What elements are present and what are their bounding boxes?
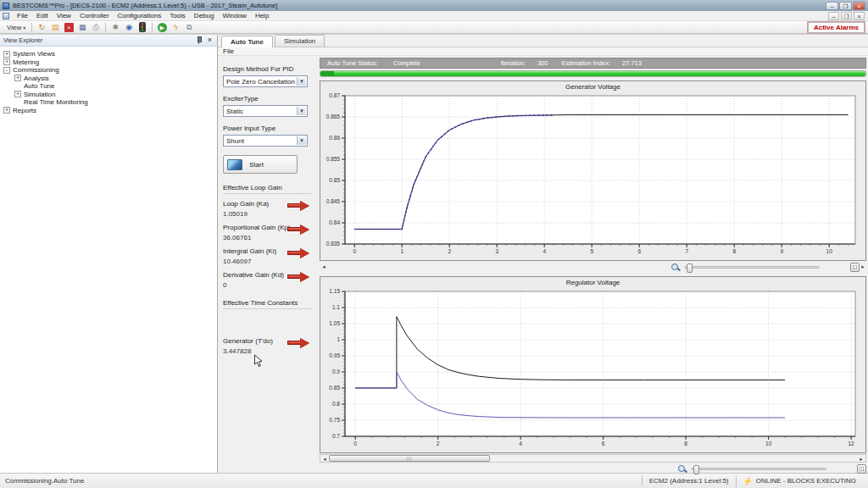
tree-item-label: Auto Tune (24, 82, 54, 90)
title-bar: BESTCOMS™Pro - [DECS-2100 - ECM2 (Addres… (0, 0, 868, 11)
regulator-chart-hscrollbar[interactable]: ◂ ||| ▸ (320, 454, 866, 463)
zoom-slider[interactable] (691, 468, 826, 470)
regulator-chart-zoom-row (320, 463, 866, 474)
menu-edit[interactable]: Edit (32, 12, 53, 19)
menu-tools[interactable]: Tools (165, 12, 190, 19)
zoom-slider-thumb[interactable] (687, 263, 693, 273)
copy-icon[interactable]: ⧉ (183, 22, 195, 33)
undo-icon[interactable]: ↻ (36, 22, 47, 33)
tree-item-metering[interactable]: +Metering (3, 58, 217, 67)
svg-text:8: 8 (732, 248, 736, 254)
menu-configurations[interactable]: Configurations (114, 12, 166, 19)
connect-globe-icon[interactable]: ◉ (123, 22, 135, 33)
tree-item-simulation[interactable]: +Simulation (3, 91, 217, 99)
svg-text:0.865: 0.865 (326, 114, 341, 119)
menu-file[interactable]: File (13, 12, 32, 19)
generator-chart-zoom-row: ◂ ▸ (320, 261, 866, 273)
pin-icon[interactable] (195, 36, 203, 44)
svg-text:0.845: 0.845 (326, 198, 341, 204)
expand-chart-icon[interactable] (850, 263, 860, 272)
tab-simulation[interactable]: Simulation (275, 35, 325, 47)
mdi-close-button[interactable]: × (854, 12, 865, 20)
svg-text:2: 2 (437, 441, 440, 446)
tree-item-real-time-monitoring[interactable]: Real Time Monitoring (3, 98, 217, 107)
mdi-minimize-button[interactable]: – (828, 12, 839, 20)
menu-help[interactable]: Help (251, 12, 273, 19)
scroll-right-icon[interactable]: ▸ (857, 455, 865, 462)
tree-item-analysis[interactable]: +Analysis (3, 75, 217, 83)
toolbar-separator (152, 23, 153, 32)
status-context: Commissioning.Auto Tune (5, 477, 642, 485)
chevron-down-icon: ▼ (297, 136, 306, 145)
menu-controller[interactable]: Controller (75, 12, 114, 19)
start-comms-icon[interactable]: ▶ (156, 22, 168, 33)
autotune-status-label: Auto Tune Status: (327, 59, 378, 67)
mdi-restore-button[interactable]: ❐ (841, 12, 852, 20)
gain-value: 10.46097 (223, 258, 318, 265)
toolbar-separator (105, 23, 106, 32)
scroll-left-icon[interactable]: ◂ (320, 455, 329, 462)
scroll-right-icon[interactable]: ▸ (860, 263, 866, 270)
close-button[interactable]: × (853, 2, 865, 10)
explorer-close-icon[interactable]: × (206, 36, 214, 44)
exciter-type-select[interactable]: Static ▼ (223, 105, 308, 117)
zoom-magnifier-icon[interactable] (671, 263, 679, 271)
exciter-type-label: ExciterType (223, 95, 318, 103)
svg-text:1: 1 (400, 248, 403, 254)
tree-item-auto-tune[interactable]: Auto Tune (3, 82, 217, 91)
active-alarms-button[interactable]: Active Alarms (808, 22, 865, 33)
zoom-magnifier-icon[interactable] (678, 465, 686, 473)
export-icon[interactable]: ⎙ (90, 22, 102, 33)
settings-icon[interactable]: ✱ (109, 22, 121, 33)
zoom-slider[interactable] (684, 266, 820, 269)
scrollbar-thumb[interactable]: ||| (329, 455, 490, 462)
svg-text:0: 0 (353, 441, 357, 446)
scroll-left-icon[interactable]: ◂ (320, 263, 328, 271)
toolbar-icons: ↻▤×▦⎙✱◉▶ϟ⧉ (35, 22, 196, 33)
start-button-image-icon (227, 159, 242, 170)
expand-chart-icon[interactable] (857, 464, 866, 474)
open-folder-icon[interactable]: ▤ (49, 22, 61, 33)
collapse-icon[interactable]: - (3, 67, 10, 74)
restore-button[interactable]: ❐ (839, 2, 852, 10)
expand-icon[interactable]: + (3, 58, 10, 65)
scrollbar-grip: ||| (406, 456, 413, 461)
tab-auto-tune[interactable]: Auto Tune (221, 36, 273, 47)
tree-item-commissioning[interactable]: -Commissioning (3, 66, 217, 75)
autotune-progress-bar (320, 70, 866, 77)
close-file-icon[interactable]: × (63, 22, 75, 33)
minimize-button[interactable]: – (826, 2, 838, 10)
save-icon[interactable]: ▦ (76, 22, 88, 33)
expand-icon[interactable]: + (14, 75, 21, 81)
zoom-slider-thumb[interactable] (693, 465, 699, 474)
svg-text:2: 2 (448, 248, 451, 254)
document-tabs: Auto TuneSimulation (218, 35, 868, 47)
power-input-type-select[interactable]: Shunt ▼ (223, 135, 308, 147)
file-menu[interactable]: File (223, 47, 234, 55)
start-button[interactable]: Start (223, 155, 298, 174)
regulator-voltage-chart-panel: Regulator Voltage 0246810120.70.750.80.8… (320, 276, 866, 453)
design-method-select[interactable]: Pole Zero Cancellation ▼ (223, 75, 308, 87)
tree-item-reports[interactable]: +Reports (3, 107, 217, 115)
time-constant-results: Generator (T'do)3.447828 (223, 337, 318, 355)
gain-label: Loop Gain (Ka) (223, 200, 318, 208)
menu-view[interactable]: View (53, 12, 75, 19)
time-constant-value: 3.447828 (223, 347, 318, 355)
expand-icon[interactable]: + (3, 51, 10, 58)
menu-items: FileEditViewControllerConfigurationsTool… (13, 12, 273, 19)
menu-debug[interactable]: Debug (190, 12, 219, 19)
menu-window[interactable]: Window (218, 12, 250, 19)
svg-text:0.85: 0.85 (329, 385, 340, 391)
traffic-light-icon[interactable] (136, 22, 148, 33)
tree-item-system-views[interactable]: +System Views (3, 50, 217, 58)
time-constant-label: Generator (T'do) (223, 337, 318, 345)
online-plug-icon: ⚡ (743, 477, 753, 485)
view-dropdown[interactable]: View ▾ (3, 24, 29, 31)
execute-icon[interactable]: ϟ (170, 22, 181, 33)
expand-icon[interactable]: + (14, 91, 21, 97)
design-method-label: Design Method For PID (223, 65, 318, 73)
view-explorer-panel: View Explorer × +System Views+Metering-C… (0, 35, 218, 473)
menu-bar: FileEditViewControllerConfigurationsTool… (0, 11, 868, 21)
power-input-type-label: Power Input Type (223, 125, 318, 132)
expand-icon[interactable]: + (3, 107, 10, 114)
